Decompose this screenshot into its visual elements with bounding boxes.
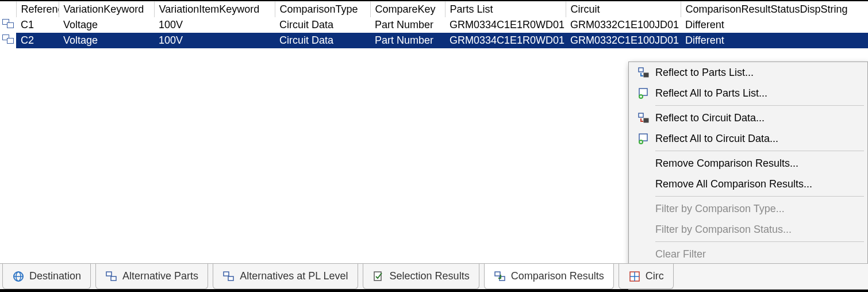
context-menu[interactable]: Reflect to Parts List...Reflect All to P… (628, 62, 868, 290)
compare-row-icon (2, 34, 14, 44)
svg-rect-11 (106, 272, 112, 276)
menu-separator (655, 196, 864, 197)
row-icon-cell (0, 33, 16, 48)
menu-item-remove-all-comparison-results[interactable]: Remove All Comparison Results... (629, 174, 867, 194)
row-icon-cell (0, 17, 16, 33)
menu-item-reflect-to-parts-list[interactable]: Reflect to Parts List... (629, 62, 867, 83)
menu-item-reflect-to-circuit-data[interactable]: Reflect to Circuit Data... (629, 107, 867, 128)
menu-item-reflect-all-to-circuit-data[interactable]: Reflect All to Circuit Data... (629, 128, 867, 149)
tab-comparison-results[interactable]: Comparison Results (484, 264, 614, 289)
col-reference[interactable]: Reference (16, 2, 59, 18)
col-parts-list[interactable]: Parts List (445, 2, 566, 18)
cell[interactable]: GRM0332C1E100JD01 (566, 17, 681, 33)
cell[interactable]: Voltage (59, 17, 154, 33)
col-compare-key[interactable]: CompareKey (370, 2, 445, 18)
menu-item-label: Reflect to Circuit Data... (655, 112, 765, 124)
comparison-results-icon (494, 270, 506, 283)
menu-item-label: Clear Filter (655, 248, 706, 260)
reflect-pl-icon (632, 66, 655, 79)
tab-label: Selection Results (390, 270, 470, 282)
table-row[interactable]: C2Voltage100VCircuit DataPart NumberGRM0… (0, 33, 868, 48)
menu-item-label: Filter by Comparison Type... (655, 203, 785, 215)
col-variation-keyword[interactable]: VariationKeyword (59, 2, 154, 18)
menu-item-label: Reflect to Parts List... (655, 67, 754, 79)
tab-label: Alternative Parts (122, 270, 198, 282)
svg-rect-13 (224, 272, 229, 276)
tab-label: Destination (29, 270, 81, 282)
cell[interactable]: C1 (16, 17, 59, 33)
circuit-icon (628, 270, 641, 283)
tab-label: Alternatives at PL Level (240, 270, 348, 282)
cell[interactable]: Different (681, 17, 868, 33)
menu-item-remove-comparison-results[interactable]: Remove Comparison Results... (629, 153, 867, 174)
menu-item-clear-filter: Clear Filter (629, 244, 867, 264)
menu-separator (655, 241, 864, 242)
menu-item-label: Reflect All to Circuit Data... (655, 133, 778, 145)
cell[interactable]: GRM0332C1E100JD01 (566, 33, 681, 48)
compare-row-icon (2, 19, 14, 28)
menu-item-label: Remove All Comparison Results... (655, 178, 812, 190)
svg-rect-12 (111, 276, 116, 281)
svg-rect-1 (644, 73, 648, 77)
reflect-circ-icon (632, 112, 655, 124)
table-body: C1Voltage100VCircuit DataPart NumberGRM0… (0, 17, 868, 48)
tab-selection-results[interactable]: Selection Results (363, 264, 479, 289)
menu-item-label: Filter by Comparison Status... (655, 224, 792, 236)
svg-rect-4 (639, 113, 643, 117)
reflect-all-pl-icon (632, 87, 655, 99)
menu-item-label: Reflect All to Parts List... (655, 87, 767, 99)
cell[interactable]: Part Number (370, 33, 445, 48)
results-panel: Reference VariationKeyword VariationItem… (0, 0, 868, 292)
menu-separator (655, 151, 864, 151)
cell[interactable]: C2 (16, 33, 59, 48)
cell[interactable]: Part Number (370, 17, 445, 33)
table-header-row: Reference VariationKeyword VariationItem… (0, 2, 868, 18)
svg-rect-15 (374, 272, 381, 281)
cell[interactable]: GRM0334C1E1R0WD01 (445, 17, 566, 33)
svg-rect-5 (644, 118, 648, 122)
menu-item-filter-by-comparison-status: Filter by Comparison Status... (629, 219, 867, 240)
header-icon-col (0, 2, 16, 18)
menu-item-reflect-all-to-parts-list[interactable]: Reflect All to Parts List... (629, 83, 867, 103)
selection-results-icon (372, 270, 385, 283)
tab-circ[interactable]: Circ (619, 264, 674, 289)
destination-icon (12, 270, 25, 283)
cell[interactable]: 100V (154, 17, 275, 33)
cell[interactable]: Circuit Data (275, 17, 370, 33)
col-circuit[interactable]: Circuit (566, 2, 681, 18)
reflect-all-circ-icon (632, 132, 655, 145)
cell[interactable]: Circuit Data (275, 33, 370, 48)
menu-item-filter-by-comparison-type: Filter by Comparison Type... (629, 198, 867, 219)
bottom-tab-bar: DestinationAlternative PartsAlternatives… (0, 263, 868, 289)
menu-separator (655, 105, 864, 106)
table-row[interactable]: C1Voltage100VCircuit DataPart NumberGRM0… (0, 17, 868, 33)
cell[interactable]: GRM0334C1E1R0WD01 (445, 33, 566, 48)
cell[interactable]: Voltage (59, 33, 154, 48)
col-result-status[interactable]: ComparisonResultStatusDispString (681, 2, 868, 18)
cell[interactable]: 100V (154, 33, 275, 48)
tab-destination[interactable]: Destination (2, 264, 91, 289)
menu-item-label: Remove Comparison Results... (655, 157, 798, 170)
tab-label: Comparison Results (511, 270, 604, 282)
svg-rect-16 (495, 272, 500, 276)
results-table[interactable]: Reference VariationKeyword VariationItem… (0, 1, 868, 48)
svg-rect-14 (228, 276, 233, 281)
alt-pl-icon (222, 270, 235, 283)
cell[interactable]: Different (681, 33, 868, 48)
alt-parts-icon (105, 270, 118, 283)
tab-label: Circ (646, 270, 664, 282)
col-comparison-type[interactable]: ComparisonType (275, 2, 370, 18)
tab-alternatives-at-pl-level[interactable]: Alternatives at PL Level (213, 264, 358, 289)
col-variation-item-keyword[interactable]: VariationItemKeyword (154, 2, 275, 18)
tab-alternative-parts[interactable]: Alternative Parts (95, 264, 208, 289)
svg-rect-0 (639, 68, 643, 72)
